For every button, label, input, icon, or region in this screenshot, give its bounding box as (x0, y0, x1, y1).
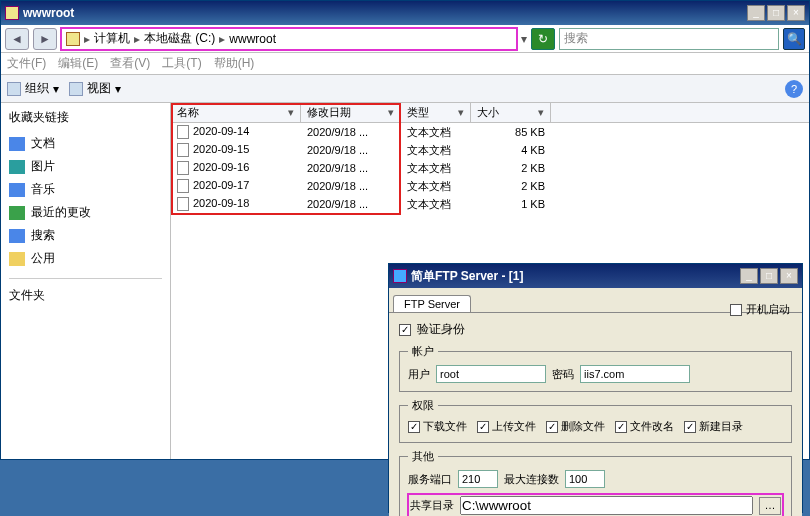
autostart-checkbox[interactable] (730, 304, 742, 316)
sidebar-item[interactable]: 最近的更改 (9, 201, 162, 224)
sidebar-item[interactable]: 音乐 (9, 178, 162, 201)
maximize-button[interactable]: □ (760, 268, 778, 284)
breadcrumb-segment[interactable]: wwwroot (229, 32, 276, 46)
dropdown-icon[interactable]: ▾ (521, 32, 527, 46)
permission-checkbox[interactable]: ✓ (546, 421, 558, 433)
sidebar: 收藏夹链接 文档图片音乐最近的更改搜索公用 文件夹 (1, 103, 171, 459)
favorites-header: 收藏夹链接 (9, 109, 162, 126)
column-header[interactable]: 修改日期▾ (301, 103, 401, 122)
folders-header[interactable]: 文件夹 (9, 287, 162, 304)
explorer-titlebar: wwwroot _ □ × (1, 1, 809, 25)
column-header[interactable]: 名称▾ (171, 103, 301, 122)
views-button[interactable]: 视图 ▾ (69, 80, 121, 97)
chevron-down-icon[interactable]: ▾ (388, 106, 394, 119)
menu-help[interactable]: 帮助(H) (214, 55, 255, 72)
sidebar-item-label: 音乐 (31, 181, 55, 198)
chevron-right-icon: ▸ (134, 32, 140, 46)
browse-button[interactable]: … (759, 497, 781, 515)
chevron-down-icon[interactable]: ▾ (288, 106, 294, 119)
nav-forward-button[interactable]: ► (33, 28, 57, 50)
chevron-down-icon[interactable]: ▾ (538, 106, 544, 119)
column-header[interactable]: 大小▾ (471, 103, 551, 122)
column-label: 名称 (177, 105, 199, 120)
table-row[interactable]: 2020-09-142020/9/18 ...文本文档85 KB (171, 123, 809, 141)
organize-button[interactable]: 组织 ▾ (7, 80, 59, 97)
cell-size: 4 KB (471, 144, 551, 156)
autostart-label: 开机启动 (746, 302, 790, 317)
window-buttons: _ □ × (747, 5, 805, 21)
table-row[interactable]: 2020-09-152020/9/18 ...文本文档4 KB (171, 141, 809, 159)
share-dir-input[interactable] (460, 496, 753, 515)
organize-label: 组织 (25, 80, 49, 97)
permission-label: 下载文件 (423, 419, 467, 434)
breadcrumb-segment[interactable]: 本地磁盘 (C:) (144, 30, 215, 47)
password-input[interactable] (580, 365, 690, 383)
breadcrumb[interactable]: ▸ 计算机 ▸ 本地磁盘 (C:) ▸ wwwroot (61, 28, 517, 50)
text-file-icon (177, 161, 189, 175)
permission-checkbox[interactable]: ✓ (684, 421, 696, 433)
search-button[interactable]: 🔍 (783, 28, 805, 50)
folder-icon (5, 6, 19, 20)
column-label: 大小 (477, 105, 499, 120)
cell-date: 2020/9/18 ... (301, 198, 401, 210)
cell-name: 2020-09-18 (171, 197, 301, 211)
table-row[interactable]: 2020-09-162020/9/18 ...文本文档2 KB (171, 159, 809, 177)
permission-checkbox[interactable]: ✓ (477, 421, 489, 433)
folder-icon (66, 32, 80, 46)
menu-tools[interactable]: 工具(T) (162, 55, 201, 72)
close-button[interactable]: × (787, 5, 805, 21)
permission-checkbox[interactable]: ✓ (408, 421, 420, 433)
text-file-icon (177, 143, 189, 157)
sidebar-item[interactable]: 文档 (9, 132, 162, 155)
menu-view[interactable]: 查看(V) (110, 55, 150, 72)
chevron-down-icon: ▾ (53, 82, 59, 96)
verify-row: ✓ 验证身份 (399, 321, 792, 338)
text-file-icon (177, 125, 189, 139)
cell-date: 2020/9/18 ... (301, 126, 401, 138)
sidebar-item[interactable]: 图片 (9, 155, 162, 178)
menu-bar: 文件(F) 编辑(E) 查看(V) 工具(T) 帮助(H) (1, 53, 809, 75)
tab-ftp-server[interactable]: FTP Server (393, 295, 471, 312)
cell-date: 2020/9/18 ... (301, 180, 401, 192)
chevron-right-icon: ▸ (84, 32, 90, 46)
sidebar-icon (9, 206, 25, 220)
app-icon (393, 269, 407, 283)
column-headers: 名称▾修改日期▾类型▾大小▾ (171, 103, 809, 123)
sidebar-item-label: 最近的更改 (31, 204, 91, 221)
maximize-button[interactable]: □ (767, 5, 785, 21)
chevron-down-icon[interactable]: ▾ (458, 106, 464, 119)
maxconn-input[interactable] (565, 470, 605, 488)
autostart-row: 开机启动 (730, 302, 790, 317)
permission-label: 上传文件 (492, 419, 536, 434)
cell-name: 2020-09-14 (171, 125, 301, 139)
views-icon (69, 82, 83, 96)
sidebar-item[interactable]: 公用 (9, 247, 162, 270)
column-label: 类型 (407, 105, 429, 120)
close-button[interactable]: × (780, 268, 798, 284)
refresh-button[interactable]: ↻ (531, 28, 555, 50)
menu-edit[interactable]: 编辑(E) (58, 55, 98, 72)
table-row[interactable]: 2020-09-172020/9/18 ...文本文档2 KB (171, 177, 809, 195)
breadcrumb-segment[interactable]: 计算机 (94, 30, 130, 47)
verify-label: 验证身份 (417, 321, 465, 338)
user-input[interactable] (436, 365, 546, 383)
nav-back-button[interactable]: ◄ (5, 28, 29, 50)
table-row[interactable]: 2020-09-182020/9/18 ...文本文档1 KB (171, 195, 809, 213)
permission-item: ✓新建目录 (684, 419, 743, 434)
minimize-button[interactable]: _ (747, 5, 765, 21)
search-input[interactable]: 搜索 (559, 28, 779, 50)
minimize-button[interactable]: _ (740, 268, 758, 284)
port-input[interactable] (458, 470, 498, 488)
sidebar-item[interactable]: 搜索 (9, 224, 162, 247)
help-button[interactable]: ? (785, 80, 803, 98)
other-legend: 其他 (408, 449, 438, 464)
ftp-window: 简单FTP Server - [1] _ □ × FTP Server ✓ 验证… (388, 263, 803, 513)
permissions-legend: 权限 (408, 398, 438, 413)
verify-checkbox[interactable]: ✓ (399, 324, 411, 336)
permission-item: ✓删除文件 (546, 419, 605, 434)
menu-file[interactable]: 文件(F) (7, 55, 46, 72)
column-header[interactable]: 类型▾ (401, 103, 471, 122)
permission-checkbox[interactable]: ✓ (615, 421, 627, 433)
text-file-icon (177, 179, 189, 193)
sidebar-icon (9, 252, 25, 266)
